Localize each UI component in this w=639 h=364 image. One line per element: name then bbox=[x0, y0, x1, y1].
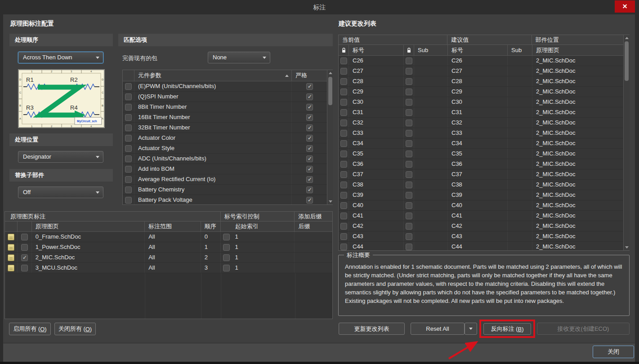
parameter-match-checkbox[interactable] bbox=[125, 145, 132, 152]
scrollbar-thumb[interactable] bbox=[328, 77, 332, 105]
current-lock-checkbox[interactable] bbox=[340, 171, 347, 178]
current-lock-checkbox[interactable] bbox=[340, 109, 347, 116]
enable-all-button[interactable]: 启用所有 (O) bbox=[9, 323, 51, 335]
proposed-designator-header[interactable]: 标号 bbox=[448, 45, 508, 56]
parameter-row[interactable]: Add into BOM bbox=[123, 164, 332, 174]
change-row[interactable]: C26 C26 2_MIC.SchDoc bbox=[339, 56, 629, 66]
proposed-lock-checkbox[interactable] bbox=[406, 120, 412, 126]
parameter-match-checkbox[interactable] bbox=[125, 104, 132, 111]
changes-scrollbar[interactable] bbox=[623, 35, 630, 250]
change-row[interactable]: C37 C37 2_MIC.SchDoc bbox=[339, 169, 629, 180]
strict-checkbox[interactable] bbox=[306, 145, 313, 152]
change-row[interactable]: C42 C42 2_MIC.SchDoc bbox=[339, 221, 629, 231]
strict-checkbox[interactable] bbox=[306, 83, 313, 90]
proposed-lock-checkbox[interactable] bbox=[406, 58, 412, 64]
accept-changes-button[interactable]: 接收更改(创建ECO) bbox=[537, 323, 630, 335]
proposed-lock-checkbox[interactable] bbox=[406, 68, 412, 75]
sheet-order-header[interactable]: 顺序 bbox=[201, 222, 221, 232]
parameter-match-checkbox[interactable] bbox=[125, 176, 132, 183]
location-sheet-header[interactable]: 原理图页 bbox=[532, 45, 624, 56]
parameter-row[interactable]: Actuator Color bbox=[123, 133, 332, 143]
strict-checkbox[interactable] bbox=[306, 93, 313, 100]
proposed-lock-checkbox[interactable] bbox=[406, 130, 412, 137]
change-row[interactable]: C29 C29 2_MIC.SchDoc bbox=[339, 87, 629, 97]
proposed-sub-header[interactable]: Sub bbox=[508, 45, 532, 56]
change-row[interactable]: C39 C39 2_MIC.SchDoc bbox=[339, 190, 629, 200]
proposed-lock-checkbox[interactable] bbox=[406, 233, 412, 240]
current-lock-checkbox[interactable] bbox=[340, 78, 347, 85]
parameters-scrollbar[interactable] bbox=[327, 70, 333, 204]
sheet-start-index-header[interactable]: 起始索引 bbox=[221, 222, 295, 232]
proposed-lock-checkbox[interactable] bbox=[406, 192, 412, 199]
parameter-row[interactable]: (E)PWM (Units/Channels/bits) bbox=[123, 81, 332, 92]
proposed-lock-checkbox[interactable] bbox=[406, 244, 412, 250]
complete-packages-dropdown[interactable]: None bbox=[208, 52, 270, 63]
sheet-row[interactable]: 0_Frame.SchDoc All 0 1 bbox=[5, 232, 332, 242]
change-row[interactable]: C27 C27 2_MIC.SchDoc bbox=[339, 66, 629, 76]
proposed-lock-checkbox[interactable] bbox=[406, 151, 412, 157]
start-index-checkbox[interactable] bbox=[223, 254, 230, 261]
current-lock-checkbox[interactable] bbox=[340, 244, 347, 250]
current-lock-checkbox[interactable] bbox=[340, 223, 347, 230]
current-lock-checkbox[interactable] bbox=[340, 120, 347, 126]
parameter-match-checkbox[interactable] bbox=[125, 93, 132, 100]
change-row[interactable]: C34 C34 2_MIC.SchDoc bbox=[339, 138, 629, 149]
current-lock-checkbox[interactable] bbox=[340, 202, 347, 209]
parameter-match-checkbox[interactable] bbox=[125, 135, 132, 142]
scrollbar-thumb[interactable] bbox=[625, 41, 629, 81]
parameter-row[interactable]: 16Bit Timer Number bbox=[123, 112, 332, 123]
update-changes-list-button[interactable]: 更新更改列表 bbox=[339, 323, 405, 335]
proposed-lock-checkbox[interactable] bbox=[406, 109, 412, 116]
parameter-match-checkbox[interactable] bbox=[125, 197, 132, 204]
parameter-row[interactable]: 32Bit Timer Number bbox=[123, 123, 332, 133]
parameters-strict-header[interactable]: 严格 bbox=[292, 70, 327, 81]
proposed-lock-checkbox[interactable] bbox=[406, 140, 412, 147]
sheet-row[interactable]: 1_Power.SchDoc All 1 1 bbox=[5, 242, 332, 253]
sheet-row[interactable]: 3_MCU.SchDoc All 3 1 bbox=[5, 263, 332, 273]
start-index-checkbox[interactable] bbox=[223, 244, 230, 251]
parameter-match-checkbox[interactable] bbox=[125, 186, 132, 193]
change-row[interactable]: C40 C40 2_MIC.SchDoc bbox=[339, 200, 629, 211]
current-lock-checkbox[interactable] bbox=[340, 89, 347, 95]
current-lock-checkbox[interactable] bbox=[340, 130, 347, 137]
current-lock-checkbox[interactable] bbox=[340, 151, 347, 157]
parameter-match-checkbox[interactable] bbox=[125, 124, 132, 131]
where-to-reannotate-dropdown[interactable]: Designator bbox=[18, 151, 103, 163]
scroll-up-icon[interactable] bbox=[327, 70, 333, 76]
current-lock-checkbox[interactable] bbox=[340, 233, 347, 240]
proposed-lock-checkbox[interactable] bbox=[406, 213, 412, 219]
change-row[interactable]: C32 C32 2_MIC.SchDoc bbox=[339, 118, 629, 128]
proposed-lock-checkbox[interactable] bbox=[406, 89, 412, 95]
back-annotate-button[interactable]: 反向标注 (B) bbox=[483, 323, 531, 335]
parameter-match-checkbox[interactable] bbox=[125, 114, 132, 121]
change-row[interactable]: C44 C44 2_MIC.SchDoc bbox=[339, 242, 629, 251]
current-lock-checkbox[interactable] bbox=[340, 68, 347, 75]
parameter-match-checkbox[interactable] bbox=[125, 155, 132, 162]
sheet-enable-checkbox[interactable] bbox=[21, 234, 28, 240]
strict-checkbox[interactable] bbox=[306, 186, 313, 193]
scroll-down-icon[interactable] bbox=[624, 244, 630, 250]
parameters-name-header[interactable]: 元件参数 bbox=[134, 70, 292, 81]
change-row[interactable]: C30 C30 2_MIC.SchDoc bbox=[339, 97, 629, 107]
sheet-row[interactable]: 2_MIC.SchDoc All 2 1 bbox=[5, 253, 332, 263]
proposed-lock-checkbox[interactable] bbox=[406, 78, 412, 85]
strict-checkbox[interactable] bbox=[306, 197, 313, 204]
start-index-checkbox[interactable] bbox=[223, 234, 230, 240]
parameter-match-checkbox[interactable] bbox=[125, 166, 132, 173]
parameter-row[interactable]: Average Rectified Current (Io) bbox=[123, 174, 332, 185]
sheet-enable-checkbox[interactable] bbox=[21, 265, 28, 271]
current-lock-checkbox[interactable] bbox=[340, 161, 347, 168]
sheet-suffix-header[interactable]: 后缀 bbox=[295, 222, 332, 232]
current-lock-checkbox[interactable] bbox=[340, 58, 347, 64]
current-lock-checkbox[interactable] bbox=[340, 192, 347, 199]
subpart-suffix-dropdown[interactable]: Off bbox=[18, 186, 103, 198]
parameter-row[interactable]: Battery Chemistry bbox=[123, 185, 332, 195]
change-row[interactable]: C43 C43 2_MIC.SchDoc bbox=[339, 231, 629, 242]
change-row[interactable]: C31 C31 2_MIC.SchDoc bbox=[339, 107, 629, 118]
current-lock-checkbox[interactable] bbox=[340, 213, 347, 219]
sheet-scope-header[interactable]: 标注范围 bbox=[145, 222, 201, 232]
strict-checkbox[interactable] bbox=[306, 155, 313, 162]
parameter-row[interactable]: Actuator Style bbox=[123, 143, 332, 154]
disable-all-button[interactable]: 关闭所有 (O) bbox=[54, 323, 96, 335]
sheet-enable-checkbox[interactable] bbox=[21, 244, 28, 251]
